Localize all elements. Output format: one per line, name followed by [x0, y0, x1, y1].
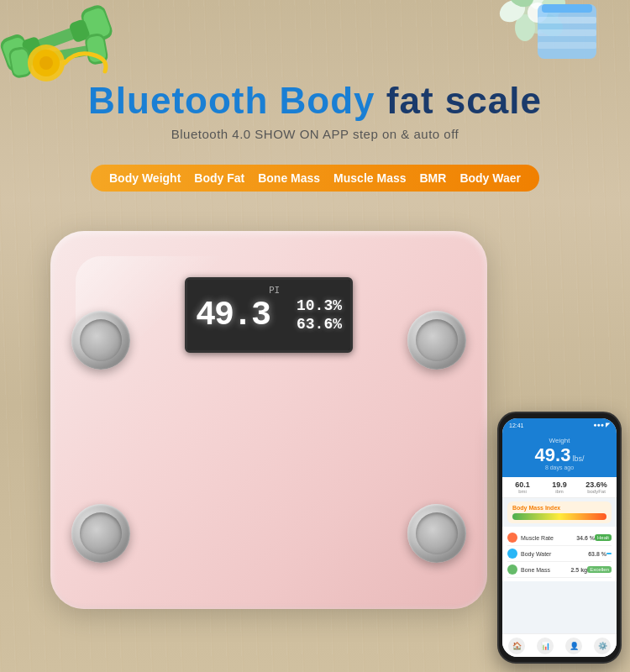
phone-metric-water: Body Water 63.8 % — [507, 546, 612, 562]
scale-foot-bottom-right — [407, 504, 466, 563]
features-bar: Body Weight Body Fat Bone Mass Muscle Ma… — [91, 165, 539, 192]
scale-container: PI 49.3 10.3% 63.6% — [34, 214, 504, 626]
scale-foot-bottom-left — [71, 504, 130, 563]
svg-rect-24 — [542, 4, 592, 13]
phone-header-title: Weight — [509, 437, 610, 444]
phone-weight-unit: lbs/ — [572, 454, 584, 463]
scale-foot-top-right — [407, 311, 466, 370]
phone-stats-row: 60.1 bmi 19.9 ibm 23.6% bodyFat — [502, 477, 617, 498]
phone-metric-water-icon — [507, 549, 517, 559]
top-decoration — [0, 0, 630, 84]
phone-metric-muscle-icon — [507, 533, 517, 543]
phone-time: 12:41 — [509, 423, 524, 428]
phone-metric-bone-icon — [507, 564, 517, 575]
phone-metric-muscle-name: Muscle Rate — [521, 535, 554, 541]
phone-header: Weight 49.3 lbs/ 8 days ago — [502, 432, 617, 477]
feature-body-fat: Body Fat — [194, 171, 244, 185]
phone-bmi-title: Body Mass Index — [512, 505, 606, 511]
phone-stat-ibm: 19.9 ibm — [541, 480, 578, 494]
phone-nav-home[interactable]: 🏠 — [508, 638, 525, 654]
phone-metric-muscle-val: 34.6 % — [576, 535, 595, 541]
feature-bmr: BMR — [419, 171, 446, 185]
phone-metrics-list: Muscle Rate 34.6 % Healt Body Water 63.8… — [502, 527, 617, 581]
lcd-secondary-bottom: 63.6% — [297, 316, 342, 333]
phone-stat-bmi-val: 60.1 — [504, 480, 541, 489]
top-deco-svg — [0, 0, 630, 84]
phone-metric-bone-val: 2.5 kg — [570, 567, 587, 573]
subtitle-text: Bluetooth 4.0 SHOW ON APP step on & auto… — [0, 127, 630, 141]
svg-point-14 — [39, 56, 53, 70]
phone-nav-bar: 🏠 📊 👤 ⚙️ — [502, 633, 617, 657]
lcd-main-value: 49.3 — [196, 297, 270, 334]
phone-metric-water-val: 63.8 % — [588, 551, 606, 557]
phone-stat-ibm-label: ibm — [541, 489, 578, 494]
phone-stat-fat-val: 23.6% — [578, 480, 615, 489]
main-title: Bluetooth Body fat scale — [0, 80, 630, 122]
phone-metric-bone-name: Bone Mass — [521, 567, 550, 573]
phone-metric-water-name: Body Water — [521, 551, 551, 557]
phone-mockup: 12:41 ●●● ◤ Weight 49.3 lbs/ 8 days ago … — [497, 412, 622, 664]
phone-stat-bmi: 60.1 bmi — [504, 480, 541, 494]
phone-metric-water-left: Body Water — [507, 549, 588, 559]
phone-metric-muscle: Muscle Rate 34.6 % Healt — [507, 530, 612, 546]
phone-weight-date: 8 days ago — [509, 465, 610, 470]
title-bluetooth: Bluetooth Body — [88, 80, 386, 121]
phone-metric-bone-left: Bone Mass — [507, 564, 570, 575]
phone-stat-fat: 23.6% bodyFat — [578, 480, 615, 494]
phone-stat-ibm-val: 19.9 — [541, 480, 578, 489]
lcd-pi-label: PI — [269, 285, 280, 296]
phone-screen: 12:41 ●●● ◤ Weight 49.3 lbs/ 8 days ago … — [502, 418, 617, 657]
phone-stat-fat-label: bodyFat — [578, 489, 615, 494]
lcd-secondary-top: 10.3% — [297, 297, 342, 314]
lcd-inner: PI 49.3 10.3% 63.6% — [187, 280, 350, 350]
phone-body: 12:41 ●●● ◤ Weight 49.3 lbs/ 8 days ago … — [497, 412, 622, 664]
scale-foot-top-left — [71, 311, 130, 370]
phone-status-bar: 12:41 ●●● ◤ — [502, 418, 617, 432]
phone-weight-value: 49.3 — [535, 446, 571, 465]
phone-nav-user[interactable]: 👤 — [565, 638, 582, 654]
phone-nav-chart[interactable]: 📊 — [537, 638, 554, 654]
feature-body-weight: Body Weight — [109, 171, 181, 185]
phone-signal: ●●● ◤ — [593, 422, 610, 428]
phone-metric-bone-badge: Excellen — [587, 566, 612, 573]
title-section: Bluetooth Body fat scale Bluetooth 4.0 S… — [0, 80, 630, 141]
svg-rect-26 — [538, 29, 596, 36]
phone-metric-muscle-left: Muscle Rate — [507, 533, 576, 543]
phone-bmi-section: Body Mass Index — [507, 501, 612, 523]
feature-muscle-mass: Muscle Mass — [333, 171, 406, 185]
phone-stat-bmi-label: bmi — [504, 489, 541, 494]
phone-metric-water-badge — [606, 553, 612, 554]
phone-nav-settings[interactable]: ⚙️ — [594, 638, 611, 654]
phone-metric-muscle-badge: Healt — [595, 534, 612, 541]
feature-body-waer: Body Waer — [459, 171, 521, 185]
svg-rect-25 — [538, 17, 596, 24]
lcd-display: PI 49.3 10.3% 63.6% — [185, 277, 353, 353]
svg-rect-27 — [538, 42, 596, 49]
phone-metric-bone: Bone Mass 2.5 kg Excellen — [507, 562, 612, 578]
feature-bone-mass: Bone Mass — [258, 171, 320, 185]
title-fat-scale: fat scale — [386, 80, 542, 121]
scale-body: PI 49.3 10.3% 63.6% — [50, 231, 487, 609]
lcd-secondary-values: 10.3% 63.6% — [297, 297, 342, 333]
